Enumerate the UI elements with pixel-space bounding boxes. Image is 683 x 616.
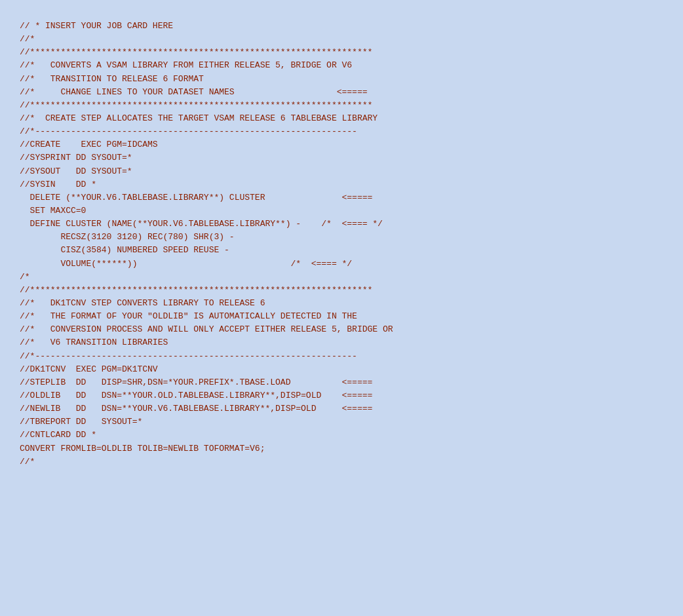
code-line-3: //* CONVERTS A VSAM LIBRARY FROM EITHER … — [20, 59, 663, 72]
code-line-32: CONVERT FROMLIB=OLDLIB TOLIB=NEWLIB TOFO… — [20, 442, 663, 455]
code-line-19: /* — [20, 271, 663, 284]
code-container: // * INSERT YOUR JOB CARD HERE//*//*****… — [20, 13, 663, 475]
code-line-5: //* CHANGE LINES TO YOUR DATASET NAMES <… — [20, 86, 663, 99]
code-line-25: //*-------------------------------------… — [20, 350, 663, 363]
code-line-21: //* DK1TCNV STEP CONVERTS LIBRARY TO REL… — [20, 297, 663, 310]
code-line-0: // * INSERT YOUR JOB CARD HERE — [20, 20, 663, 33]
code-line-12: //SYSIN DD * — [20, 178, 663, 191]
code-line-29: //NEWLIB DD DSN=**YOUR.V6.TABLEBASE.LIBR… — [20, 402, 663, 415]
code-line-24: //* V6 TRANSITION LIBRARIES — [20, 336, 663, 349]
code-line-2: //**************************************… — [20, 46, 663, 59]
code-line-9: //CREATE EXEC PGM=IDCAMS — [20, 138, 663, 151]
code-line-11: //SYSOUT DD SYSOUT=* — [20, 165, 663, 178]
code-line-17: CISZ(3584) NUMBERED SPEED REUSE - — [20, 244, 663, 257]
code-line-7: //* CREATE STEP ALLOCATES THE TARGET VSA… — [20, 112, 663, 125]
code-line-23: //* CONVERSION PROCESS AND WILL ONLY ACC… — [20, 323, 663, 336]
code-line-8: //*-------------------------------------… — [20, 125, 663, 138]
code-line-15: DEFINE CLUSTER (NAME(**YOUR.V6.TABLEBASE… — [20, 218, 663, 231]
code-line-13: DELETE (**YOUR.V6.TABLEBASE.LIBRARY**) C… — [20, 191, 663, 204]
code-line-27: //STEPLIB DD DISP=SHR,DSN=*YOUR.PREFIX*.… — [20, 376, 663, 389]
code-line-26: //DK1TCNV EXEC PGM=DK1TCNV — [20, 363, 663, 376]
code-line-30: //TBREPORT DD SYSOUT=* — [20, 415, 663, 429]
code-line-22: //* THE FORMAT OF YOUR "OLDLIB" IS AUTOM… — [20, 310, 663, 323]
code-line-1: //* — [20, 33, 663, 46]
code-line-16: RECSZ(3120 3120) REC(780) SHR(3) - — [20, 231, 663, 244]
code-lines: // * INSERT YOUR JOB CARD HERE//*//*****… — [20, 20, 663, 469]
code-line-20: //**************************************… — [20, 284, 663, 297]
code-line-14: SET MAXCC=0 — [20, 204, 663, 218]
code-line-33: //* — [20, 455, 663, 469]
code-line-28: //OLDLIB DD DSN=**YOUR.OLD.TABLEBASE.LIB… — [20, 389, 663, 402]
code-line-18: VOLUME(******)) /* <==== */ — [20, 258, 663, 271]
code-line-4: //* TRANSITION TO RELEASE 6 FORMAT — [20, 73, 663, 86]
code-line-6: //**************************************… — [20, 99, 663, 112]
code-line-10: //SYSPRINT DD SYSOUT=* — [20, 151, 663, 164]
code-line-31: //CNTLCARD DD * — [20, 429, 663, 442]
